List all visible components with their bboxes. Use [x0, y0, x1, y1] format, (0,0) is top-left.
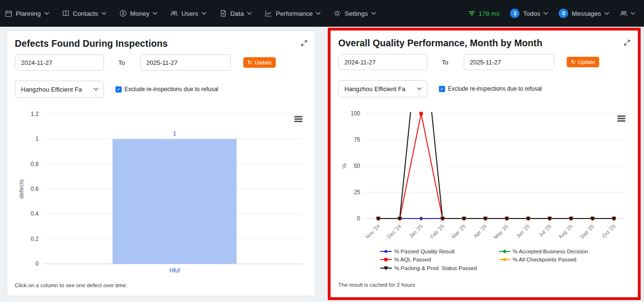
signal-icon	[468, 10, 475, 16]
chevron-down-icon	[247, 12, 252, 15]
svg-text:0: 0	[35, 260, 39, 267]
dollar-circle-icon: $	[119, 10, 127, 17]
selection-highlight: Overall Quality Performance, Month by Mo…	[328, 28, 641, 300]
chevron-down-icon	[93, 88, 98, 91]
checkbox-label: Exclude re-inspections due to refusal	[125, 86, 218, 93]
expand-icon[interactable]	[624, 40, 630, 46]
legend-label: % Passed Quality Result	[394, 249, 455, 254]
svg-text:50: 50	[354, 163, 361, 169]
expand-icon[interactable]	[301, 40, 307, 46]
legend-label: % Accepted Business Decision	[513, 249, 588, 254]
legend-marker-icon	[380, 265, 392, 271]
gear-icon	[333, 10, 341, 17]
panel-title: Defects Found During Inspections	[15, 38, 168, 49]
legend-item[interactable]: % All Checkpoints Passed	[499, 256, 588, 264]
checkbox-checked-icon: ✓	[439, 86, 445, 92]
nav-item-planning[interactable]: Planning	[5, 10, 49, 17]
quality-line-chart[interactable]: 1007550250%Nov '24Dec '24Jan '25Feb '25M…	[331, 111, 638, 239]
factory-select-value: Hangzhou Efficient Fa	[344, 85, 405, 93]
legend-label: % AQL Passed	[394, 257, 431, 262]
defects-panel: Defects Found During Inspections To ↻ Up…	[7, 31, 315, 296]
messages-label: Messages	[571, 10, 601, 17]
nav-item-data[interactable]: Data	[219, 10, 252, 17]
exclude-reinspections-checkbox[interactable]: ✓ Exclude re-inspections due to refusal	[115, 86, 218, 93]
svg-text:%: %	[341, 163, 348, 168]
svg-text:1.2: 1.2	[31, 111, 39, 117]
svg-text:defects: defects	[18, 179, 25, 198]
chevron-down-icon	[202, 12, 207, 15]
svg-text:Oct '25: Oct '25	[601, 223, 617, 239]
nav-item-label: Contacts	[73, 10, 98, 17]
to-label: To	[118, 59, 125, 66]
legend-label: % All Checkpoints Passed	[513, 257, 577, 262]
nav-item-label: Planning	[16, 10, 41, 17]
chevron-down-icon	[604, 12, 609, 15]
checkbox-checked-icon: ✓	[115, 86, 122, 93]
legend-item[interactable]: % Accepted Business Decision	[499, 247, 588, 256]
update-button[interactable]: ↻ Update	[567, 57, 600, 67]
svg-text:1: 1	[35, 135, 39, 142]
to-label: To	[442, 59, 448, 66]
nav-item-users[interactable]: Users	[170, 10, 206, 17]
svg-text:0: 0	[357, 215, 360, 222]
legend-item[interactable]: % Packing & Prod. Status Passed	[380, 264, 477, 272]
svg-text:100: 100	[351, 111, 360, 117]
date-from-input[interactable]	[15, 54, 104, 71]
date-from-input[interactable]	[338, 54, 427, 70]
chevron-down-icon	[371, 12, 376, 15]
svg-text:25: 25	[354, 189, 361, 196]
users-icon	[620, 10, 628, 17]
calendar-icon	[5, 10, 12, 17]
chevron-down-icon	[153, 12, 157, 15]
nav-item-contacts[interactable]: Contacts	[62, 10, 106, 17]
nav-item-label: Data	[230, 10, 244, 17]
svg-text:Jan '25: Jan '25	[408, 223, 424, 239]
chevron-down-icon	[316, 12, 321, 15]
legend-item[interactable]: % AQL Passed	[380, 256, 477, 264]
account-menu[interactable]	[620, 10, 635, 17]
legend-marker-icon	[380, 257, 392, 262]
users-icon	[170, 10, 178, 17]
todos-menu[interactable]: 3 Todos	[510, 9, 548, 18]
legend-marker-icon	[499, 257, 510, 262]
svg-text:Jul '25: Jul '25	[538, 223, 552, 238]
nav-item-performance[interactable]: Performance	[265, 10, 321, 17]
factory-select-value: Hangzhou Efficient Fa	[21, 86, 82, 93]
update-button[interactable]: ↻ Update	[243, 57, 276, 68]
book-icon	[62, 10, 70, 17]
nav-item-label: Settings	[344, 10, 368, 17]
line-chart-icon	[265, 10, 272, 17]
svg-text:1: 1	[173, 130, 177, 137]
legend-item[interactable]: % Passed Quality Result	[380, 247, 477, 256]
svg-text:Mar '25: Mar '25	[450, 223, 467, 239]
svg-text:Jun '25: Jun '25	[515, 223, 530, 239]
chevron-down-icon	[417, 87, 422, 90]
panel-footer: Click on a column to see one defect over…	[15, 282, 127, 288]
svg-text:0.8: 0.8	[31, 161, 39, 167]
svg-text:0.4: 0.4	[31, 210, 39, 217]
svg-text:Hfuf: Hfuf	[169, 267, 180, 274]
svg-text:Nov '24: Nov '24	[364, 223, 381, 239]
svg-text:May '25: May '25	[492, 223, 509, 239]
latency-value: 178 ms	[478, 10, 499, 17]
messages-menu[interactable]: 0 Messages	[559, 9, 609, 18]
checkbox-label: Exclude re-inspections due to refusal	[448, 85, 542, 92]
defects-bar-chart[interactable]: 1.210.80.60.40.20defects1Hfuf	[7, 111, 316, 279]
svg-text:75: 75	[354, 136, 361, 143]
chevron-down-icon	[102, 12, 106, 15]
nav-item-money[interactable]: $ Money	[119, 10, 158, 17]
chart-legend: % Passed Quality Result% AQL Passed% Pac…	[331, 247, 638, 272]
date-to-input[interactable]	[140, 54, 231, 71]
factory-select[interactable]: Hangzhou Efficient Fa	[15, 81, 104, 98]
date-to-input[interactable]	[464, 54, 554, 70]
chevron-down-icon	[631, 12, 635, 15]
latency-indicator: 178 ms	[468, 10, 499, 17]
nav-item-settings[interactable]: Settings	[333, 10, 376, 17]
todos-label: Todos	[523, 10, 540, 17]
legend-label: % Packing & Prod. Status Passed	[394, 265, 477, 271]
factory-select[interactable]: Hangzhou Efficient Fa	[338, 80, 427, 97]
exclude-reinspections-checkbox[interactable]: ✓ Exclude re-inspections due to refusal	[439, 85, 542, 92]
legend-marker-icon	[499, 249, 510, 254]
svg-text:$: $	[122, 11, 124, 16]
document-icon	[219, 10, 227, 17]
